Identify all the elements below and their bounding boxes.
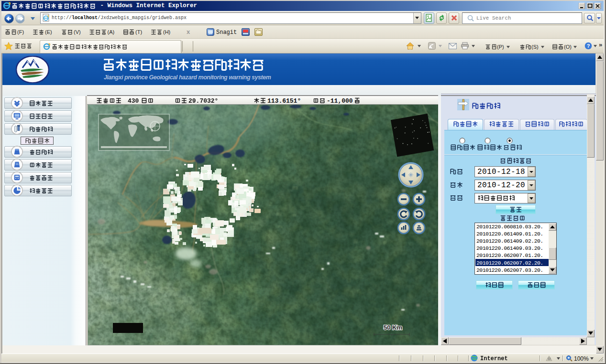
svg-text:50 Km: 50 Km	[384, 324, 402, 331]
svg-text:?: ?	[587, 43, 590, 49]
